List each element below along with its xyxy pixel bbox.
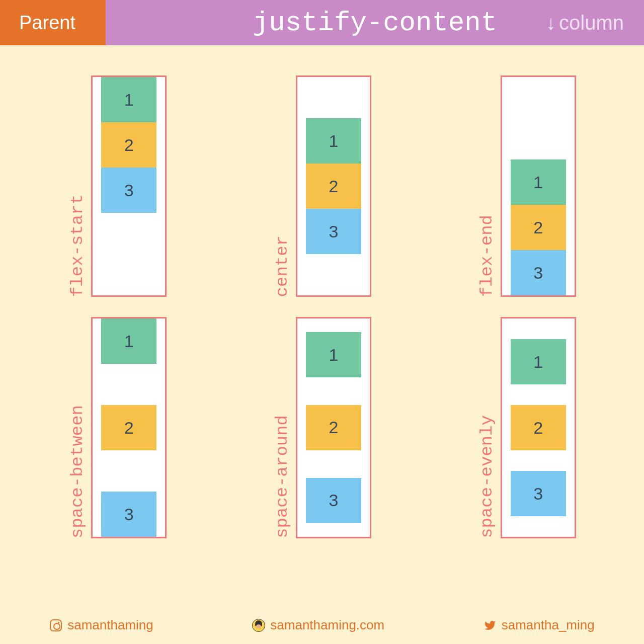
flex-item: 1 <box>101 77 156 122</box>
flex-container: 123 <box>296 317 371 538</box>
demo-flex-start: flex-start123 <box>15 75 220 297</box>
footer: samanthaming samanthaming.com samantha_m… <box>0 617 644 633</box>
flex-item: 2 <box>306 164 361 209</box>
arrow-down-icon: ↓ <box>546 12 556 34</box>
flex-item: 1 <box>306 118 361 164</box>
demo-space-evenly: space-evenly123 <box>424 317 629 538</box>
header-parent-badge: Parent <box>0 0 106 45</box>
flex-direction-indicator: ↓column <box>546 12 624 34</box>
twitter-handle: samantha_ming <box>502 617 595 633</box>
flex-item: 3 <box>511 471 566 516</box>
header-title-bar: justify-content ↓column <box>106 0 644 45</box>
examples-grid: flex-start123center123flex-end123space-b… <box>0 45 644 538</box>
flex-item: 2 <box>511 405 566 450</box>
flex-item: 2 <box>101 122 156 168</box>
footer-website: samanthaming.com <box>252 617 384 633</box>
footer-twitter: samantha_ming <box>484 617 595 633</box>
flex-item: 3 <box>101 492 156 537</box>
flex-container: 123 <box>501 317 576 538</box>
instagram-handle: samanthaming <box>67 617 153 633</box>
flex-item: 2 <box>306 405 361 450</box>
demo-center: center123 <box>220 75 425 297</box>
header: Parent justify-content ↓column <box>0 0 644 45</box>
demo-label: flex-end <box>477 212 497 297</box>
flex-item: 2 <box>511 205 566 250</box>
flex-item: 3 <box>511 250 566 295</box>
flex-item: 1 <box>101 318 156 364</box>
demo-label: center <box>273 232 292 297</box>
demo-label: space-between <box>68 402 87 538</box>
flex-item: 2 <box>101 405 156 450</box>
website-url: samanthaming.com <box>270 617 384 633</box>
flex-container: 123 <box>91 75 167 297</box>
flex-container: 123 <box>91 317 167 538</box>
demo-space-between: space-between123 <box>15 317 220 538</box>
flex-item: 3 <box>306 209 361 254</box>
footer-instagram: samanthaming <box>49 617 153 633</box>
demo-flex-end: flex-end123 <box>424 75 629 297</box>
twitter-icon <box>484 619 497 632</box>
page-title: justify-content <box>253 8 497 38</box>
instagram-icon <box>49 619 62 632</box>
flex-item: 3 <box>306 478 361 523</box>
flex-direction-label: column <box>559 12 624 34</box>
flex-item: 1 <box>511 339 566 384</box>
demo-label: flex-start <box>68 191 87 297</box>
demo-label: space-evenly <box>477 412 497 538</box>
flex-container: 123 <box>501 75 576 297</box>
demo-label: space-around <box>273 412 292 538</box>
flex-item: 1 <box>306 332 361 377</box>
flex-item: 3 <box>101 168 156 213</box>
demo-space-around: space-around123 <box>220 317 425 538</box>
avatar-icon <box>252 619 265 632</box>
flex-container: 123 <box>296 75 371 297</box>
flex-item: 1 <box>511 159 566 205</box>
